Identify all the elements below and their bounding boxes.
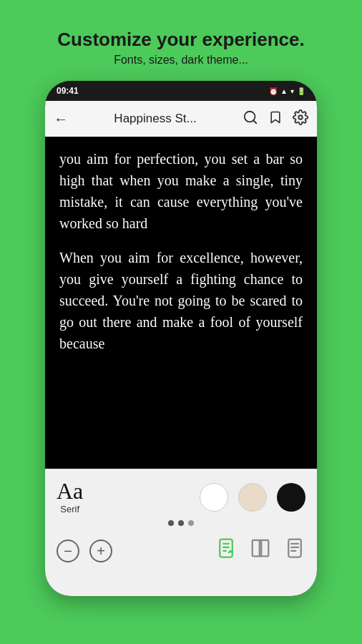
font-aa-text: Aa <box>57 479 83 502</box>
size-controls: − + <box>57 540 112 562</box>
alarm-icon: ⏰ <box>269 87 278 95</box>
status-bar: 09:41 ⏰ ▲ ▾ 🔋 <box>45 81 317 101</box>
header-title: Customize your experience. <box>57 29 304 51</box>
decrease-size-button[interactable]: − <box>57 540 79 562</box>
settings-icon[interactable] <box>293 109 308 129</box>
layout-icons <box>215 537 305 564</box>
dot-2 <box>178 520 184 526</box>
header-section: Customize your experience. Fonts, sizes,… <box>57 29 304 67</box>
color-white[interactable] <box>200 483 228 512</box>
bottom-panel: Aa Serif − + <box>45 469 317 596</box>
phone-frame: 09:41 ⏰ ▲ ▾ 🔋 ← Happiness St... <box>45 81 317 596</box>
svg-rect-11 <box>288 540 301 557</box>
status-time: 09:41 <box>57 86 79 96</box>
top-bar: ← Happiness St... <box>45 101 317 137</box>
book-title: Happiness St... <box>75 112 235 126</box>
svg-point-2 <box>298 115 303 119</box>
reader-content: you aim for perfection, you set a bar so… <box>45 137 317 469</box>
svg-rect-7 <box>253 540 260 557</box>
book-layout-icon[interactable] <box>250 537 271 564</box>
svg-line-1 <box>253 120 256 123</box>
increase-size-button[interactable]: + <box>89 540 112 562</box>
svg-rect-3 <box>220 540 233 557</box>
wifi-icon: ▾ <box>290 87 294 95</box>
color-black[interactable] <box>277 483 305 512</box>
bottom-controls: − + <box>57 537 305 564</box>
color-options <box>200 483 305 512</box>
bookmark-icon[interactable] <box>268 109 283 129</box>
search-icon[interactable] <box>243 109 258 129</box>
notes-layout-icon[interactable] <box>215 537 237 564</box>
color-beige[interactable] <box>238 483 267 512</box>
top-bar-actions <box>243 109 308 129</box>
font-selector[interactable]: Aa Serif <box>57 479 83 514</box>
font-name-label: Serif <box>60 504 79 514</box>
dot-3 <box>188 520 194 526</box>
header-subtitle: Fonts, sizes, dark theme... <box>57 54 304 67</box>
document-layout-icon[interactable] <box>284 537 305 564</box>
signal-icon: ▲ <box>280 87 288 95</box>
reader-text-block1: you aim for perfection, you set a bar so… <box>59 148 303 234</box>
battery-icon: 🔋 <box>297 87 305 95</box>
back-button[interactable]: ← <box>54 111 68 127</box>
dot-1 <box>168 520 174 526</box>
reader-text-block2: When you aim for excellence, however, yo… <box>59 247 303 354</box>
font-row: Aa Serif <box>57 479 305 514</box>
status-icons: ⏰ ▲ ▾ 🔋 <box>269 87 305 95</box>
page-dots <box>57 520 305 526</box>
svg-rect-8 <box>261 540 268 557</box>
